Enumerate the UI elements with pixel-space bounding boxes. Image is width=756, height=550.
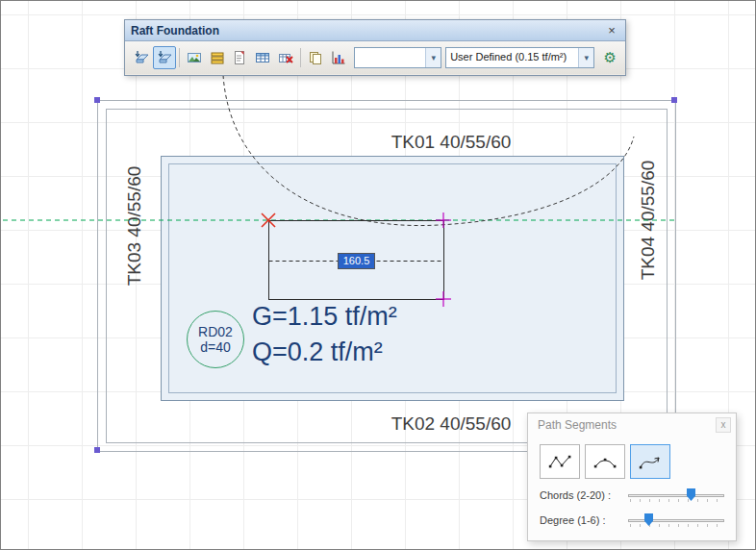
- load-q-label: Q=0.2 tf/m²: [252, 338, 383, 367]
- preset-combo[interactable]: ▾: [354, 47, 441, 68]
- chords-slider-label: Chords (2-20) :: [540, 489, 628, 501]
- slider-track[interactable]: [628, 494, 724, 497]
- toolbar-title: Raft Foundation: [131, 24, 604, 38]
- raft-slab-active-icon[interactable]: [153, 46, 176, 69]
- raft-slab-icon[interactable]: [130, 46, 153, 69]
- beam-label-tk03: TK03 40/55/60: [124, 154, 145, 298]
- degree-slider-label: Degree (1-6) :: [540, 514, 628, 526]
- arc-icon: [592, 453, 617, 470]
- preset-combo-value: [355, 48, 425, 67]
- load-combo-value: User Defined (0.15 tf/m²): [446, 48, 578, 67]
- corner-marker: [94, 97, 100, 103]
- degree-slider-row: Degree (1-6) :: [540, 512, 724, 529]
- path-segments-panel: Path Segments x: [527, 412, 737, 541]
- application-window: TK01 40/55/60 TK02 40/55/60 TK03 40/55/6…: [0, 0, 756, 550]
- panel-title: Path Segments: [538, 418, 617, 432]
- segment-mode-arc-button[interactable]: [585, 444, 625, 479]
- toolbar-separator: [179, 48, 180, 67]
- polyline-icon: [547, 453, 572, 470]
- corner-marker: [94, 447, 100, 453]
- segment-mode-group: [540, 444, 670, 479]
- degree-slider[interactable]: [628, 512, 724, 528]
- toolbar-body: ▾ User Defined (0.15 tf/m²) ▾ ⚙: [125, 41, 625, 74]
- table-icon[interactable]: [251, 46, 274, 69]
- corner-marker: [671, 97, 677, 103]
- load-combo[interactable]: User Defined (0.15 tf/m²) ▾: [445, 47, 594, 68]
- slider-track[interactable]: [628, 519, 724, 522]
- gear-icon[interactable]: ⚙: [599, 47, 620, 68]
- layers-icon[interactable]: [206, 46, 229, 69]
- chevron-down-icon[interactable]: ▾: [425, 48, 441, 67]
- chart-icon[interactable]: [327, 46, 350, 69]
- beam-label-tk02: TK02 40/55/60: [355, 413, 547, 435]
- slider-ticks: [630, 524, 722, 527]
- image-icon[interactable]: [183, 46, 206, 69]
- spline-icon: [638, 453, 663, 470]
- segment-mode-spline-button[interactable]: [630, 444, 670, 479]
- chevron-down-icon[interactable]: ▾: [578, 48, 593, 67]
- raft-foundation-toolbar: Raft Foundation ×: [124, 19, 626, 76]
- slider-ticks: [630, 499, 722, 502]
- raft-tag-thickness: d=40: [200, 339, 231, 355]
- raft-tag-name: RD02: [198, 324, 233, 339]
- copy-icon[interactable]: [304, 46, 327, 69]
- dimension-input[interactable]: 160.5: [338, 253, 375, 269]
- segment-mode-polyline-button[interactable]: [540, 444, 580, 479]
- toolbar-titlebar[interactable]: Raft Foundation ×: [125, 20, 625, 41]
- beam-label-tk04: TK04 40/55/60: [638, 148, 659, 292]
- raft-tag-circle: RD02 d=40: [187, 311, 244, 368]
- table-delete-icon[interactable]: [274, 46, 297, 69]
- report-icon[interactable]: [228, 46, 251, 69]
- toolbar-close-button[interactable]: ×: [604, 24, 619, 38]
- panel-close-button[interactable]: x: [716, 417, 731, 433]
- chords-slider[interactable]: [628, 488, 724, 503]
- chords-slider-row: Chords (2-20) :: [540, 487, 724, 504]
- toolbar-separator: [300, 48, 301, 67]
- load-g-label: G=1.15 tf/m²: [252, 302, 397, 332]
- beam-label-tk01: TK01 40/55/60: [355, 132, 547, 153]
